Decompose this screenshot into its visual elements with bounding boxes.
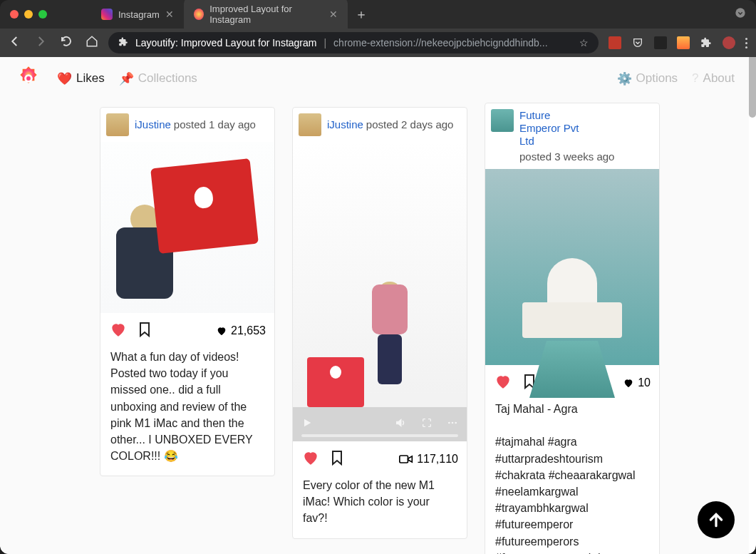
views-number: 117,110 [417,453,458,466]
post-card: Future Emperor Pvt Ltd posted 3 weeks ag… [485,103,660,554]
bookmark-button[interactable] [136,321,153,341]
nav-options[interactable]: ⚙️ Options [617,71,678,86]
bookmark-star-icon[interactable]: ☆ [579,37,589,48]
extension-icons [609,36,747,49]
bookmark-button[interactable] [328,449,346,469]
likes-number: 10 [638,376,651,389]
like-button[interactable] [301,448,320,470]
close-tab-icon[interactable]: ✕ [329,9,338,20]
close-tab-icon[interactable]: ✕ [165,9,174,20]
post-header: Future Emperor Pvt Ltd posted 3 weeks ag… [485,103,659,169]
post-caption: Every color of the new M1 iMac! Which co… [293,477,467,538]
tab-strip: Instagram ✕ Improved Layout for Instagra… [91,0,375,31]
window-controls [10,10,47,19]
close-window-button[interactable] [10,10,19,19]
chrome-menu-button[interactable] [745,38,747,48]
post-media[interactable] [100,142,274,313]
profile-avatar[interactable] [723,36,735,49]
page-title: Layoutify: Improved Layout for Instagram [135,37,316,48]
post-header: iJustine posted 2 days ago [293,108,467,142]
nav-about[interactable]: ? About [692,71,735,86]
pocket-icon[interactable] [631,36,644,49]
views-count: 117,110 [399,453,458,466]
gear-icon: ⚙️ [617,71,632,86]
username-link[interactable]: Future Emperor Pvt Ltd [519,109,591,148]
ext-icon-4[interactable] [677,36,690,49]
svg-point-0 [735,8,745,17]
scrollbar-thumb[interactable] [749,57,756,118]
svg-rect-6 [400,456,408,463]
app-header: ❤️ Likes 📌 Collections ⚙️ Options ? Abou… [0,57,749,100]
post-card: iJustine posted 2 days ago [292,107,467,539]
like-button[interactable] [494,372,512,394]
heart-icon: ❤️ [57,71,72,86]
svg-point-5 [455,422,457,424]
svg-point-2 [26,76,31,81]
more-button[interactable] [447,417,458,431]
heart-icon [216,325,227,337]
user-avatar[interactable] [106,113,129,136]
page-viewport: ❤️ Likes 📌 Collections ⚙️ Options ? Abou… [0,57,756,554]
nav-options-label: Options [636,71,678,86]
video-progress-bar[interactable] [301,434,458,437]
nav-about-label: About [703,71,735,86]
post-card: iJustine posted 1 day ago [100,107,275,476]
nav-controls [9,35,98,51]
tab-layoutify[interactable]: Improved Layout for Instagram ✕ [184,0,348,31]
favicon-instagram [101,9,113,20]
likes-count: 10 [623,376,651,389]
ext-icon-1[interactable] [609,36,621,49]
user-avatar[interactable] [491,109,514,132]
likes-count: 21,653 [216,324,266,337]
post-actions: 117,110 [293,441,467,477]
titlebar: Instagram ✕ Improved Layout for Instagra… [0,0,756,29]
posts-grid: iJustine posted 1 day ago [0,100,749,554]
app-logo[interactable] [14,64,43,93]
minimize-window-button[interactable] [24,10,33,19]
like-button[interactable] [109,320,128,342]
post-timestamp: posted 2 days ago [366,118,454,131]
post-media[interactable] [485,169,659,365]
post-actions: 21,653 [100,313,274,349]
maximize-window-button[interactable] [38,10,47,19]
ext-icon-3[interactable] [654,36,667,49]
nav-likes-label: Likes [76,71,105,86]
fullscreen-button[interactable] [421,417,433,431]
post-caption: What a fun day of videos! Posted two tod… [100,349,274,476]
back-button[interactable] [9,35,21,51]
home-button[interactable] [86,35,98,51]
post-header: iJustine posted 1 day ago [100,108,274,142]
post-timestamp: posted 3 weeks ago [519,150,614,163]
reload-button[interactable] [60,35,73,51]
account-dropdown-icon[interactable] [735,7,746,21]
tab-label: Instagram [118,9,160,20]
user-avatar[interactable] [299,113,321,136]
scroll-to-top-button[interactable] [698,501,735,538]
nav-collections-label: Collections [138,71,197,86]
username-link[interactable]: iJustine [327,118,363,131]
tab-label: Improved Layout for Instagram [209,4,323,25]
new-tab-button[interactable]: ＋ [348,3,375,26]
video-icon [399,453,413,465]
page-content: ❤️ Likes 📌 Collections ⚙️ Options ? Abou… [0,57,749,554]
heart-icon [623,377,634,389]
tab-instagram[interactable]: Instagram ✕ [91,3,184,26]
page-url: chrome-extension://nekeeojpcbiehcignddhi… [333,37,547,48]
pin-icon: 📌 [119,71,134,86]
browser-chrome: Instagram ✕ Improved Layout for Instagra… [0,0,756,57]
favicon-layoutify [194,9,204,20]
address-bar[interactable]: Layoutify: Improved Layout for Instagram… [108,32,599,53]
svg-point-4 [452,422,454,424]
post-timestamp: posted 1 day ago [174,118,256,131]
forward-button[interactable] [34,35,47,51]
volume-button[interactable] [394,416,407,432]
extensions-puzzle-icon[interactable] [700,36,713,49]
extension-icon [118,37,128,49]
post-caption: Taj Mahal - Agra #tajmahal #agra #uttarp… [485,401,659,554]
post-media-video[interactable] [293,142,467,441]
username-link[interactable]: iJustine [135,118,171,131]
separator: | [323,37,326,48]
play-button[interactable] [301,417,313,431]
nav-collections[interactable]: 📌 Collections [119,71,197,86]
nav-likes[interactable]: ❤️ Likes [57,71,105,86]
